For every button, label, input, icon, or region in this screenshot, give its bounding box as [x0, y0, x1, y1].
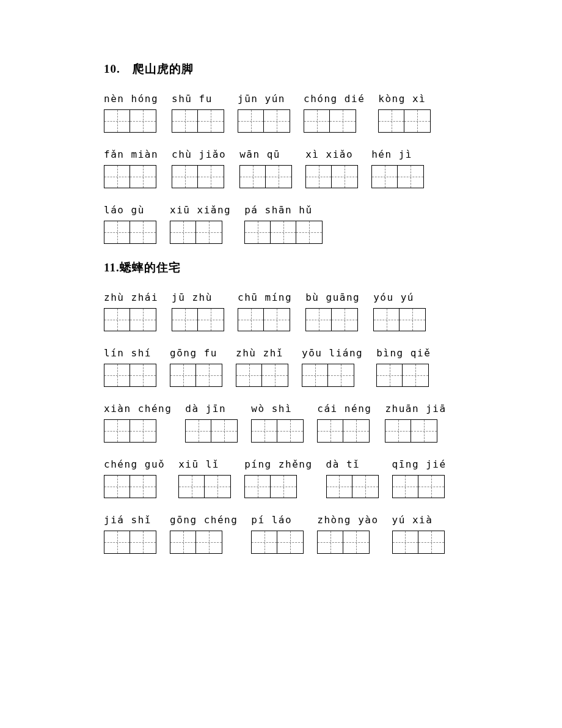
pinyin-label: pí láo: [251, 514, 292, 526]
writing-cell: [196, 531, 222, 553]
word-block: chū míng: [238, 292, 292, 331]
writing-cell: [130, 364, 156, 386]
writing-cell: [104, 364, 130, 386]
word-block: dà tǐ: [326, 458, 379, 498]
word-block: xiū lǐ: [178, 458, 231, 498]
writing-cell: [172, 166, 198, 188]
pinyin-label: zhuān jiā: [385, 403, 446, 414]
pinyin-label: pá shān hǔ: [244, 204, 312, 216]
word-block: láo gù: [104, 204, 156, 244]
pinyin-label: bù guāng: [305, 292, 360, 303]
writing-cell: [172, 110, 198, 132]
writing-cell: [240, 166, 266, 188]
pinyin-label: xiū lǐ: [178, 458, 219, 470]
pinyin-label: chóng dié: [304, 93, 365, 105]
writing-cell: [372, 166, 398, 188]
writing-cell: [252, 420, 277, 442]
word-block: pí láo: [251, 514, 304, 554]
word-block: píng zhěng: [244, 458, 312, 498]
writing-cell: [130, 476, 156, 498]
pinyin-label: láo gù: [104, 204, 145, 216]
writing-cell: [418, 531, 444, 553]
writing-cell: [104, 166, 130, 188]
pinyin-label: xiàn chéng: [104, 403, 172, 414]
writing-grid: [326, 475, 379, 498]
writing-cell: [306, 309, 332, 331]
writing-grid: [392, 475, 445, 498]
writing-cell: [411, 420, 437, 442]
pinyin-label: chù jiǎo: [172, 149, 226, 160]
writing-cell: [104, 110, 130, 132]
word-block: hén jì: [371, 149, 424, 188]
pinyin-label: dà tǐ: [326, 458, 360, 470]
writing-cell: [318, 531, 343, 553]
word-row: xiàn chéngdà jīnwò shìcái néngzhuān jiā: [104, 403, 458, 443]
writing-cell: [130, 531, 156, 553]
writing-cell: [196, 221, 222, 243]
word-block: yōu liáng: [302, 347, 363, 387]
writing-grid: [104, 531, 156, 554]
writing-cell: [104, 221, 130, 243]
writing-cell: [205, 476, 230, 498]
writing-cell: [306, 166, 332, 188]
word-row: chéng guǒxiū lǐpíng zhěngdà tǐqīng jié: [104, 458, 458, 498]
word-block: zhòng yào: [317, 514, 378, 554]
writing-grid: [104, 165, 156, 188]
section-title: 11.蟋蟀的住宅: [104, 260, 458, 276]
writing-grid: [172, 308, 224, 331]
writing-cell: [245, 476, 271, 498]
word-block: xiū xiǎng: [170, 204, 231, 244]
writing-cell: [343, 420, 369, 442]
writing-grid: [305, 165, 358, 188]
writing-grid: [104, 308, 156, 331]
writing-grid: [302, 364, 354, 387]
writing-cell: [404, 110, 430, 132]
pinyin-label: chéng guǒ: [104, 458, 165, 470]
word-block: shū fu: [172, 93, 224, 133]
word-block: lín shí: [104, 347, 156, 387]
writing-grid: [104, 221, 156, 244]
word-block: chù jiǎo: [172, 149, 226, 188]
writing-cell: [332, 309, 357, 331]
writing-cell: [236, 364, 262, 386]
writing-cell: [130, 309, 156, 331]
writing-cell: [245, 221, 271, 243]
worksheet-content: 10. 爬山虎的脚nèn hóngshū fujūn yúnchóng diék…: [104, 61, 458, 554]
writing-cell: [328, 364, 354, 386]
writing-cell: [385, 420, 411, 442]
writing-grid: [238, 308, 290, 331]
pinyin-label: bìng qiě: [376, 347, 431, 359]
pinyin-label: chū míng: [238, 292, 292, 303]
pinyin-label: yú xià: [392, 514, 433, 526]
writing-grid: [317, 531, 370, 554]
pinyin-label: qīng jié: [392, 458, 447, 470]
writing-cell: [343, 531, 369, 553]
word-block: chóng dié: [304, 93, 365, 133]
word-block: jūn yún: [238, 93, 290, 133]
word-row: láo gùxiū xiǎngpá shān hǔ: [104, 204, 458, 244]
writing-cell: [170, 531, 196, 553]
writing-cell: [252, 531, 277, 553]
writing-cell: [264, 110, 290, 132]
writing-cell: [379, 110, 404, 132]
writing-grid: [385, 419, 437, 443]
writing-cell: [104, 309, 130, 331]
word-row: lín shígōng fuzhù zhǐyōu liángbìng qiě: [104, 347, 458, 387]
writing-cell: [304, 110, 330, 132]
writing-cell: [266, 166, 291, 188]
writing-cell: [418, 476, 444, 498]
writing-cell: [374, 309, 400, 331]
word-block: xì xiǎo: [305, 149, 358, 188]
writing-grid: [185, 419, 238, 443]
pinyin-label: hén jì: [371, 149, 412, 160]
pinyin-label: wò shì: [251, 403, 292, 414]
writing-cell: [277, 420, 303, 442]
writing-grid: [373, 308, 426, 331]
writing-cell: [179, 476, 205, 498]
writing-cell: [170, 364, 196, 386]
word-block: dà jīn: [185, 403, 238, 443]
writing-grid: [371, 165, 424, 188]
writing-grid: [178, 475, 231, 498]
writing-cell: [271, 476, 296, 498]
word-block: fǎn miàn: [104, 149, 158, 188]
